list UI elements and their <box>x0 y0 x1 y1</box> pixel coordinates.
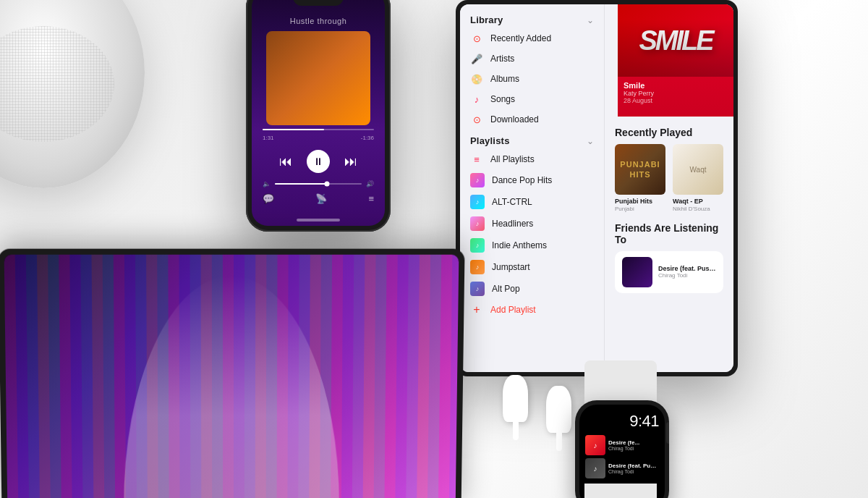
waqt-text: Waqt <box>686 161 711 178</box>
library-section-title: Library <box>470 14 503 25</box>
songs-icon: ♪ <box>470 93 483 106</box>
sidebar-item-jumpstart[interactable]: ♪ Jumpstart <box>460 256 604 278</box>
iphone-album-art <box>266 31 370 125</box>
playlists-section-header: Playlists ⌄ <box>460 130 604 149</box>
watch-second-icon: ♪ <box>585 458 605 478</box>
playlists-section-title: Playlists <box>470 135 510 146</box>
punjabi-hits-card[interactable]: PUNJABIHITS Punjabi Hits Punjabi <box>615 144 665 212</box>
iphone-time-display: 1:31 -1:36 <box>263 135 374 141</box>
recently-added-label: Recently Added <box>490 33 551 43</box>
punjabi-hits-artist: Punjabi <box>615 206 665 212</box>
play-pause-button[interactable]: ⏸ <box>307 150 330 173</box>
airpod-left-stem <box>513 420 519 440</box>
watch-second-info: Desire (feat. Pushh... Chirag Todi <box>608 463 659 474</box>
ipad-music-device: Library ⌄ ⊙ Recently Added 🎤 Artists 📀 A… <box>456 0 738 376</box>
iphone-home-bar <box>297 219 340 221</box>
sidebar-item-alt-ctrl[interactable]: ♪ ALT-CTRL <box>460 191 604 213</box>
sidebar-item-downloaded[interactable]: ⊙ Downloaded <box>460 109 604 130</box>
albums-label: Albums <box>490 74 519 84</box>
airpod-right-stem <box>556 431 562 451</box>
sidebar-item-songs[interactable]: ♪ Songs <box>460 89 604 109</box>
volume-bar[interactable] <box>275 183 362 185</box>
add-playlist-label: Add Playlist <box>490 305 536 315</box>
headliners-icon: ♪ <box>470 216 485 231</box>
sidebar-item-recently-added[interactable]: ⊙ Recently Added <box>460 28 604 48</box>
sidebar-item-all-playlists[interactable]: ≡ All Playlists <box>460 149 604 169</box>
watch-now-playing: ♪ Desire (fe... Chirag Todi <box>585 435 659 455</box>
queue-icon[interactable]: ≡ <box>368 193 374 204</box>
featured-album-card[interactable]: SMILE Smile Katy Perry 28 August <box>618 4 733 117</box>
dance-pop-icon: ♪ <box>470 173 485 187</box>
sidebar-item-headliners[interactable]: ♪ Headliners <box>460 213 604 235</box>
fast-forward-button[interactable]: ⏭ <box>344 154 357 169</box>
watch-second-title: Desire (feat. Pushh... <box>608 463 659 469</box>
rewind-button[interactable]: ⏮ <box>279 154 292 169</box>
friends-info: Desire (feat. Pushkar Srivatsal & Ta... … <box>658 265 716 279</box>
friends-art <box>622 257 652 287</box>
downloaded-icon: ⊙ <box>470 113 483 126</box>
friends-title: Friends Are Listening To <box>615 222 723 245</box>
artists-icon: 🎤 <box>470 52 483 65</box>
dance-pop-label: Dance Pop Hits <box>492 175 552 185</box>
iphone-volume-control[interactable]: 🔈 🔊 <box>263 180 374 187</box>
watch-song-artist: Chirag Todi <box>608 446 659 451</box>
homepod-mesh <box>0 26 114 142</box>
all-playlists-icon: ≡ <box>470 153 483 166</box>
sidebar-item-albums[interactable]: 📀 Albums <box>460 69 604 89</box>
punjabi-text: PUNJABIHITS <box>614 153 665 186</box>
headliners-label: Headliners <box>492 219 533 229</box>
watch-second-song: ♪ Desire (feat. Pushh... Chirag Todi <box>585 458 659 478</box>
alt-pop-label: Alt Pop <box>492 284 520 294</box>
waqt-card[interactable]: Waqt Waqt - EP Nikhil D'Souza <box>673 144 723 212</box>
iphone-playback-buttons: ⏮ ⏸ ⏭ <box>263 150 374 173</box>
friends-listening-item[interactable]: Desire (feat. Pushkar Srivatsal & Ta... … <box>615 251 723 293</box>
recently-played-title: Recently Played <box>615 127 723 138</box>
featured-album-art: SMILE <box>618 4 733 77</box>
sidebar-item-artists[interactable]: 🎤 Artists <box>460 48 604 69</box>
volume-dot <box>325 182 330 187</box>
sidebar-item-alt-pop[interactable]: ♪ Alt Pop <box>460 278 604 300</box>
volume-max-icon: 🔊 <box>366 180 374 187</box>
iphone-time-remaining: -1:36 <box>361 135 374 141</box>
recently-played-grid: PUNJABIHITS Punjabi Hits Punjabi Waqt Wa… <box>615 144 723 212</box>
airpod-left <box>503 375 528 422</box>
waqt-art: Waqt <box>673 144 723 195</box>
volume-fill <box>275 183 327 185</box>
ipad-video-device <box>0 249 465 498</box>
playlists-chevron-icon[interactable]: ⌄ <box>587 136 594 146</box>
iphone-time-current: 1:31 <box>263 135 274 141</box>
ipad-music-screen: Library ⌄ ⊙ Recently Added 🎤 Artists 📀 A… <box>460 4 733 372</box>
watch-second-note: ♪ <box>594 465 597 473</box>
watch-music-note: ♪ <box>594 442 597 450</box>
library-chevron-icon[interactable]: ⌄ <box>587 15 594 25</box>
sidebar-item-dance-pop[interactable]: ♪ Dance Pop Hits <box>460 169 604 191</box>
watch-time: 9:41 <box>585 412 659 431</box>
featured-album-title: Smile <box>624 81 728 90</box>
library-section-header: Library ⌄ <box>460 9 604 28</box>
alt-ctrl-icon: ♪ <box>470 195 485 209</box>
featured-album-date: 28 August <box>624 97 728 104</box>
iphone-notch <box>293 0 344 6</box>
sidebar-item-indie[interactable]: ♪ Indie Anthems <box>460 235 604 256</box>
friends-song-artist: Chirag Todi <box>658 272 716 279</box>
indie-label: Indie Anthems <box>492 240 547 250</box>
alt-ctrl-label: ALT-CTRL <box>492 197 532 207</box>
iphone-screen: Hustle through 1:31 -1:36 ⏮ ⏸ ⏭ 🔈 � <box>252 0 385 226</box>
iphone-progress-bar[interactable] <box>263 129 374 130</box>
ipad-video-content <box>4 255 459 498</box>
watch-music-icon: ♪ <box>585 435 605 455</box>
airplay-icon[interactable]: 📡 <box>315 193 327 204</box>
add-playlist-icon: + <box>470 303 483 316</box>
indie-icon: ♪ <box>470 238 485 253</box>
jumpstart-icon: ♪ <box>470 260 485 274</box>
lyrics-icon[interactable]: 💬 <box>263 193 274 204</box>
friends-song-title: Desire (feat. Pushkar Srivatsal & Ta... <box>658 265 716 272</box>
sidebar-item-add-playlist[interactable]: + Add Playlist <box>460 300 604 320</box>
recently-added-icon: ⊙ <box>470 32 483 45</box>
smile-art-overlay <box>618 19 733 77</box>
iphone-device: Hustle through 1:31 -1:36 ⏮ ⏸ ⏭ 🔈 � <box>246 0 391 232</box>
jumpstart-label: Jumpstart <box>492 262 530 272</box>
albums-icon: 📀 <box>470 72 483 85</box>
alt-pop-icon: ♪ <box>470 282 485 296</box>
punjabi-hits-art: PUNJABIHITS <box>615 144 665 195</box>
